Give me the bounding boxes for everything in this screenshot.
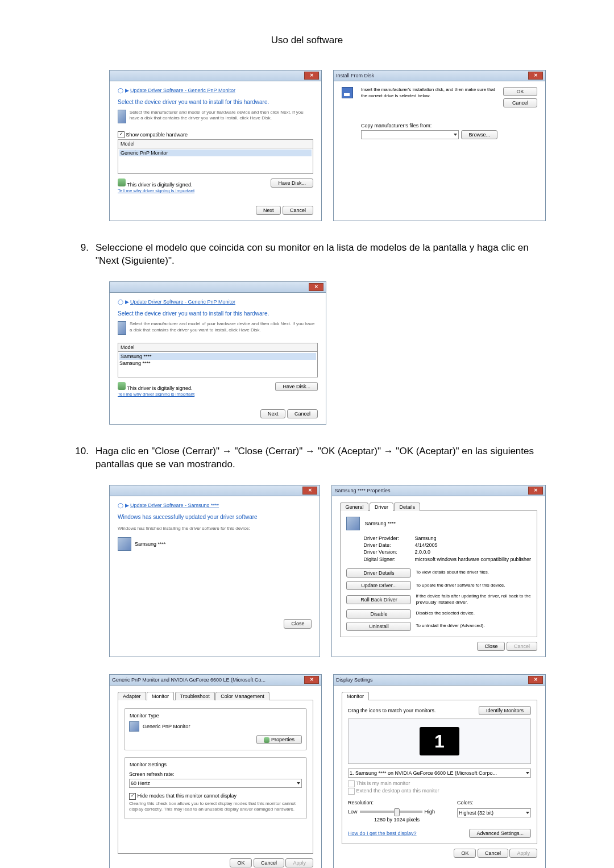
dialog-instruction: Insert the manufacturer's installation d…: [361, 87, 497, 99]
chevron-down-icon: [454, 134, 457, 136]
signing-link[interactable]: Tell me why driver signing is important: [118, 188, 194, 194]
update-driver-dialog-samsung: ✕ ◯ ▶ Update Driver Software - Generic P…: [109, 281, 326, 425]
model-row[interactable]: Generic PnP Monitor: [119, 149, 312, 156]
tab-troubleshoot[interactable]: Troubleshoot: [175, 692, 215, 700]
drag-instruction: Drag the icons to match your monitors.: [348, 707, 436, 714]
tab-monitor[interactable]: Monitor: [342, 692, 369, 700]
disable-button[interactable]: Disable: [346, 609, 411, 618]
floppy-icon: [342, 87, 353, 98]
ok-button[interactable]: OK: [454, 849, 476, 858]
next-button[interactable]: Next: [260, 409, 286, 418]
tab-adapter[interactable]: Adapter: [118, 692, 146, 700]
extend-desktop-label: Extend the desktop onto this monitor: [356, 788, 439, 794]
cancel-button[interactable]: Cancel: [478, 849, 508, 858]
driver-icon: [346, 517, 360, 530]
breadcrumb: ◯ ▶ Update Driver Software - Samsung ***…: [118, 502, 312, 509]
driver-date-value: 4/14/2005: [414, 542, 437, 549]
ok-button[interactable]: OK: [503, 87, 537, 96]
colors-select[interactable]: Highest (32 bit): [457, 808, 531, 817]
tab-color-management[interactable]: Color Management: [215, 692, 269, 700]
model-column-header: Model: [118, 343, 318, 351]
uninstall-button[interactable]: Uninstall: [346, 622, 411, 631]
close-button[interactable]: Close: [284, 619, 312, 628]
adapter-monitor-dialog: Generic PnP Monitor and NVIDIA GeForce 6…: [109, 674, 322, 868]
model-row[interactable]: Samsung ****: [119, 353, 316, 360]
uninstall-text: To uninstall the driver (Advanced).: [416, 623, 531, 629]
breadcrumb: ◯ ▶ Update Driver Software - Generic PnP…: [118, 298, 318, 305]
close-icon[interactable]: ✕: [302, 487, 317, 495]
model-listbox[interactable]: Samsung **** Samsung ****: [118, 351, 318, 377]
source-path-input[interactable]: [361, 130, 459, 139]
have-disk-button[interactable]: Have Disk...: [271, 178, 313, 188]
model-listbox[interactable]: Generic PnP Monitor: [118, 148, 313, 174]
hide-modes-label: Hide modes that this monitor cannot disp…: [138, 793, 237, 799]
update-success-dialog: ✕ ◯ ▶ Update Driver Software - Samsung *…: [109, 485, 320, 657]
have-disk-button[interactable]: Have Disk...: [275, 382, 318, 391]
driver-details-text: To view details about the driver files.: [416, 570, 531, 576]
close-icon[interactable]: ✕: [528, 676, 543, 684]
signed-label: This driver is digitally signed.: [127, 385, 192, 391]
ok-button[interactable]: OK: [230, 858, 252, 867]
identify-monitors-button[interactable]: Identify Monitors: [479, 706, 531, 715]
disable-text: Disables the selected device.: [416, 610, 531, 617]
dialog-title: Samsung **** Properties: [334, 487, 390, 494]
shield-icon: [118, 382, 126, 390]
hide-modes-note: Clearing this check box allows you to se…: [129, 801, 302, 813]
monitor-type-value: Generic PnP Monitor: [143, 723, 190, 730]
show-compatible-label: Show compatible hardware: [126, 132, 188, 138]
monitor-select[interactable]: 1. Samsung **** on NVIDIA GeForce 6600 L…: [348, 769, 531, 778]
apply-button: Apply: [285, 858, 313, 867]
resolution-low: Low: [348, 808, 358, 815]
next-button[interactable]: Next: [256, 206, 281, 215]
resolution-slider[interactable]: [360, 811, 422, 813]
driver-version-label: Driver Version:: [363, 549, 414, 555]
close-icon[interactable]: ✕: [309, 283, 323, 291]
monitor-properties-dialog: Samsung **** Properties ✕ General Driver…: [331, 485, 546, 657]
cancel-button[interactable]: Cancel: [283, 206, 313, 215]
close-button[interactable]: Close: [477, 642, 505, 651]
dialog-title: Install From Disk: [336, 72, 374, 79]
refresh-rate-select[interactable]: 60 Hertz: [129, 779, 302, 788]
cancel-button[interactable]: Cancel: [503, 98, 537, 107]
chevron-down-icon: [297, 782, 300, 784]
show-compatible-checkbox[interactable]: ✓: [118, 131, 125, 138]
dialog-instruction: Select the manufacturer and model of you…: [130, 321, 318, 335]
chevron-down-icon: [526, 772, 529, 774]
cancel-button: Cancel: [507, 642, 537, 651]
signing-link[interactable]: Tell me why driver signing is important: [118, 392, 194, 398]
step-10: 10. Haga clic en "Close (Cerrar)" → "Clo…: [68, 445, 546, 471]
monitor-preview[interactable]: 1: [420, 727, 459, 755]
chevron-down-icon: [526, 812, 529, 814]
model-column-header: Model: [118, 139, 313, 148]
tab-driver[interactable]: Driver: [370, 502, 393, 511]
model-row[interactable]: Samsung ****: [119, 360, 316, 367]
shield-icon: [118, 178, 126, 186]
main-monitor-checkbox: [348, 780, 355, 787]
monitor-type-legend: Monitor Type: [128, 712, 161, 719]
cancel-button[interactable]: Cancel: [287, 409, 318, 418]
tab-general[interactable]: General: [340, 502, 368, 511]
dialog-instruction: Windows has finished installing the driv…: [118, 526, 312, 532]
step-text: Haga clic en "Close (Cerrar)" → "Close (…: [96, 445, 546, 471]
tab-monitor[interactable]: Monitor: [147, 692, 174, 700]
advanced-settings-button[interactable]: Advanced Settings...: [469, 829, 531, 838]
close-icon[interactable]: ✕: [528, 72, 543, 80]
close-icon[interactable]: ✕: [304, 676, 319, 684]
cancel-button[interactable]: Cancel: [254, 858, 284, 867]
step-number: 9.: [68, 242, 96, 268]
extend-desktop-checkbox: [348, 788, 355, 795]
rollback-driver-button[interactable]: Roll Back Driver: [346, 595, 411, 604]
tab-details[interactable]: Details: [394, 502, 420, 511]
browse-button[interactable]: Browse...: [461, 130, 497, 139]
rollback-driver-text: If the device fails after updating the d…: [416, 593, 531, 606]
driver-version-value: 2.0.0.0: [414, 549, 430, 555]
hide-modes-checkbox[interactable]: ✓: [129, 793, 136, 800]
properties-button[interactable]: Properties: [256, 735, 302, 744]
close-icon[interactable]: ✕: [304, 72, 319, 80]
refresh-rate-label: Screen refresh rate:: [129, 771, 302, 778]
close-icon[interactable]: ✕: [528, 487, 543, 495]
breadcrumb: ◯ ▶ Update Driver Software - Generic PnP…: [118, 87, 313, 94]
driver-details-button[interactable]: Driver Details: [346, 568, 411, 578]
best-display-link[interactable]: How do I get the best display?: [348, 830, 417, 837]
update-driver-button[interactable]: Update Driver...: [346, 581, 411, 590]
